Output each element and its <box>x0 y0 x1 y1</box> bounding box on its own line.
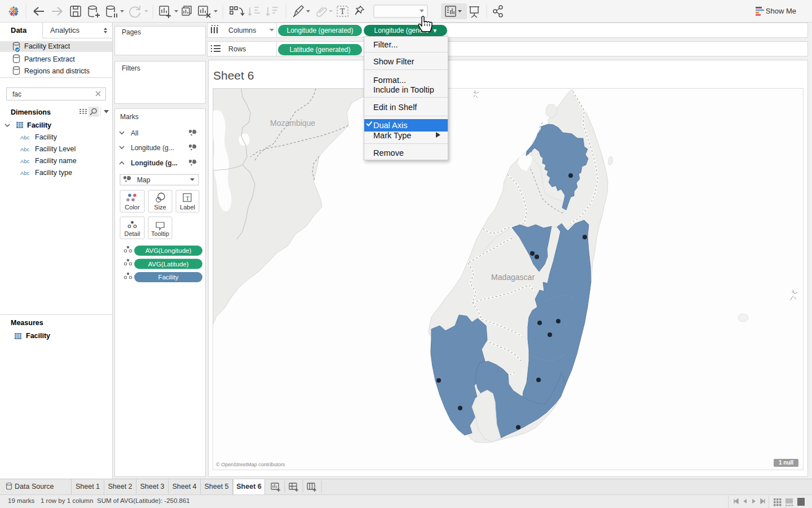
svg-text:Map: Map <box>137 176 151 184</box>
svg-text:AVG(Longitude): AVG(Longitude) <box>145 247 192 254</box>
svg-text:T: T <box>340 7 345 16</box>
svg-text:Abc: Abc <box>20 158 30 164</box>
svg-text:AVG(Latitude): AVG(Latitude) <box>148 261 188 268</box>
svg-text:Longitude (g...: Longitude (g... <box>131 159 178 167</box>
svg-text:T: T <box>186 195 189 202</box>
svg-text:Abc: Abc <box>20 134 30 141</box>
svg-text:Madagascar: Madagascar <box>491 273 535 282</box>
svg-text:Abc: Abc <box>20 170 30 176</box>
svg-text:Detail: Detail <box>124 230 140 237</box>
svg-text:All: All <box>131 129 138 137</box>
svg-text:Mozambique: Mozambique <box>270 119 315 128</box>
svg-text:Label: Label <box>180 204 195 211</box>
svg-text:Color: Color <box>125 204 140 211</box>
svg-text:Size: Size <box>154 204 166 211</box>
svg-text:Facility: Facility <box>158 274 179 281</box>
svg-text:Tooltip: Tooltip <box>151 230 169 237</box>
svg-text:Abc: Abc <box>20 146 30 152</box>
svg-text:Longitude (g...: Longitude (g... <box>131 144 174 152</box>
